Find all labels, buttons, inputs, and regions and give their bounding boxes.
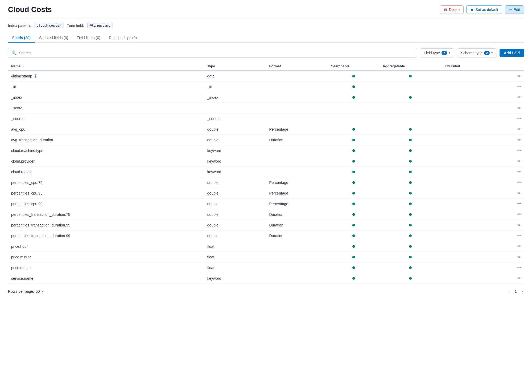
- field-type-cell: keyword: [204, 167, 266, 177]
- edit-field-icon[interactable]: ✏: [517, 84, 521, 89]
- field-format-cell: [266, 273, 328, 284]
- field-type-cell: float: [204, 241, 266, 252]
- tab-fields[interactable]: Fields (20): [8, 34, 35, 43]
- field-excluded-cell: [442, 156, 493, 167]
- field-type-count: 7: [442, 51, 447, 55]
- th-action: [493, 62, 524, 71]
- field-name-cell: percentiles_transaction_duration.75: [8, 209, 204, 220]
- field-action-cell: ✏: [493, 135, 524, 145]
- table-row: avg_transaction_durationdoubleDuration✏: [8, 135, 524, 145]
- field-excluded-cell: [442, 103, 493, 113]
- field-aggregatable-cell: [380, 230, 442, 241]
- edit-field-icon[interactable]: ✏: [517, 148, 521, 153]
- searchable-dot: [352, 245, 355, 248]
- edit-field-icon[interactable]: ✏: [517, 180, 521, 185]
- field-searchable-cell: [328, 156, 380, 167]
- field-type-cell: _source: [204, 113, 266, 124]
- edit-field-icon[interactable]: ✏: [517, 138, 521, 142]
- field-type-cell: float: [204, 262, 266, 273]
- field-name-cell: _score: [8, 103, 204, 113]
- th-name[interactable]: Name ↑: [8, 62, 204, 71]
- field-aggregatable-cell: [380, 71, 442, 81]
- edit-field-icon[interactable]: ✏: [517, 170, 521, 174]
- field-action-cell: ✏: [493, 230, 524, 241]
- toolbar: 🔍 Field type 7 ▾ Schema type 2 ▾ Add fie…: [8, 48, 524, 58]
- schema-type-filter[interactable]: Schema type 2 ▾: [457, 48, 497, 57]
- search-input[interactable]: [19, 51, 414, 55]
- info-icon[interactable]: ⓘ: [34, 74, 37, 79]
- tab-relationships[interactable]: Relationships (0): [105, 34, 141, 43]
- field-action-cell: ✏: [493, 177, 524, 188]
- edit-field-icon[interactable]: ✏: [517, 127, 521, 131]
- name-sort-icon: ↑: [23, 65, 24, 68]
- edit-field-icon[interactable]: ✏: [517, 244, 521, 249]
- searchable-dot: [352, 171, 355, 173]
- field-type-cell: double: [204, 209, 266, 220]
- table-row: @timestamp ⓘ date✏: [8, 71, 524, 81]
- field-type-filter[interactable]: Field type 7 ▾: [420, 48, 454, 57]
- field-type-cell: date: [204, 71, 266, 81]
- field-aggregatable-cell: [380, 145, 442, 156]
- schema-type-chevron-icon: ▾: [491, 51, 493, 55]
- field-type-cell: double: [204, 199, 266, 209]
- edit-field-icon[interactable]: ✏: [517, 255, 521, 259]
- field-type-label: Field type: [424, 51, 440, 55]
- edit-field-icon[interactable]: ✏: [517, 212, 521, 217]
- field-action-cell: ✏: [493, 81, 524, 92]
- page-title: Cloud Costs: [8, 5, 52, 14]
- edit-field-icon[interactable]: ✏: [517, 95, 521, 100]
- tab-field-filters[interactable]: Field filters (0): [72, 34, 105, 43]
- tab-scripted-fields[interactable]: Scripted fields (0): [35, 34, 72, 43]
- searchable-dot: [352, 234, 355, 237]
- field-name-cell: _index: [8, 92, 204, 103]
- edit-field-icon[interactable]: ✏: [517, 276, 521, 280]
- field-aggregatable-cell: [380, 209, 442, 220]
- field-excluded-cell: [442, 167, 493, 177]
- edit-field-icon[interactable]: ✏: [517, 233, 521, 238]
- search-icon: 🔍: [11, 50, 17, 55]
- edit-field-icon[interactable]: ✏: [517, 265, 521, 270]
- rows-per-page[interactable]: Rows per page: 50 ▾: [8, 289, 43, 294]
- field-searchable-cell: [328, 220, 380, 230]
- table-row: percentiles_transaction_duration.99doubl…: [8, 230, 524, 241]
- aggregatable-dot: [409, 181, 412, 184]
- set-as-default-button[interactable]: ★ Set as default: [466, 5, 502, 14]
- table-row: percentiles_transaction_duration.95doubl…: [8, 220, 524, 230]
- pencil-icon: ✏: [509, 7, 512, 12]
- th-aggregatable: Aggregatable: [380, 62, 442, 71]
- edit-field-icon[interactable]: ✏: [517, 116, 521, 121]
- field-searchable-cell: [328, 167, 380, 177]
- field-searchable-cell: [328, 241, 380, 252]
- field-action-cell: ✏: [493, 252, 524, 262]
- edit-button[interactable]: ✏ Edit: [505, 5, 524, 14]
- table-row: _source_source✏: [8, 113, 524, 124]
- searchable-dot: [352, 192, 355, 195]
- schema-type-label: Schema type: [461, 51, 483, 55]
- table-body: @timestamp ⓘ date✏_id_id✏_index_index✏_s…: [8, 71, 524, 284]
- searchable-dot: [352, 224, 355, 226]
- table-row: _score✏: [8, 103, 524, 113]
- next-page-button[interactable]: ›: [521, 288, 524, 295]
- field-excluded-cell: [442, 188, 493, 199]
- add-field-button[interactable]: Add field: [500, 49, 524, 57]
- edit-field-icon[interactable]: ✏: [517, 191, 521, 195]
- aggregatable-dot: [409, 234, 412, 237]
- edit-field-icon[interactable]: ✏: [517, 223, 521, 227]
- field-name-cell: _id: [8, 81, 204, 92]
- field-excluded-cell: [442, 81, 493, 92]
- schema-type-count: 2: [484, 51, 490, 55]
- star-icon: ★: [470, 7, 474, 12]
- edit-field-icon[interactable]: ✏: [517, 74, 521, 78]
- edit-field-icon[interactable]: ✏: [517, 159, 521, 163]
- prev-page-button[interactable]: ‹: [508, 288, 511, 295]
- table-row: percentiles_cpu.95doublePercentage✏: [8, 188, 524, 199]
- delete-button[interactable]: 🗑 Delete: [440, 5, 464, 14]
- field-excluded-cell: [442, 220, 493, 230]
- edit-field-icon[interactable]: ✏: [517, 201, 521, 206]
- trash-icon: 🗑: [444, 7, 447, 12]
- pagination: Rows per page: 50 ▾ ‹ 1 ›: [8, 288, 524, 295]
- field-searchable-cell: [328, 145, 380, 156]
- field-action-cell: ✏: [493, 113, 524, 124]
- search-box[interactable]: 🔍: [8, 48, 417, 58]
- edit-field-icon[interactable]: ✏: [517, 106, 521, 110]
